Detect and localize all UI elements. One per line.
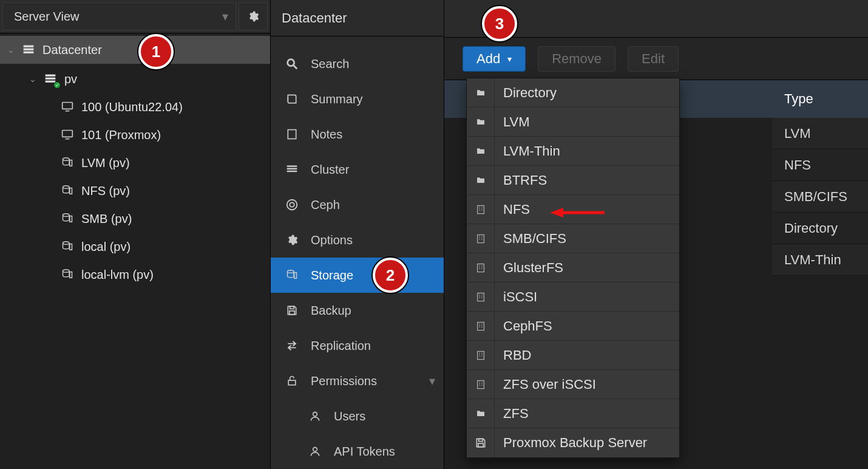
nav-item-permissions[interactable]: Permissions▾ [271,363,444,399]
tree-storage-row[interactable]: SMB (pv) [0,205,270,233]
folder-icon [467,108,495,136]
add-button-label: Add [476,51,500,67]
ceph-icon [284,197,300,212]
tree-storage-row[interactable]: NFS (pv) [0,177,270,205]
nav-item-label: Users [334,409,365,423]
nav-item-label: Storage [311,269,353,282]
svg-rect-11 [70,160,72,166]
svg-line-21 [294,66,297,69]
folder-icon [467,137,495,165]
dropdown-item-cephfs[interactable]: CephFS [467,312,679,341]
svg-rect-4 [46,78,56,80]
dropdown-item-label: Directory [495,85,557,101]
tree-storage-row[interactable]: local-lvm (pv) [0,261,270,289]
nav-item-ceph[interactable]: Ceph [271,187,444,222]
table-row[interactable]: Directory [772,213,868,244]
table-row[interactable]: LVM-Thin [772,244,868,276]
nav-item-users[interactable]: Users [271,399,444,434]
svg-rect-19 [70,272,72,278]
chevron-down-icon: ▾ [222,9,228,24]
svg-rect-8 [63,131,73,137]
cell-type: LVM-Thin [784,252,841,268]
svg-rect-15 [70,216,72,222]
table-row[interactable]: NFS [772,149,868,181]
edit-button[interactable]: Edit [628,46,679,72]
nav-item-backup[interactable]: Backup [271,293,444,328]
view-selector-label: Server View [14,10,79,24]
nav-item-api-tokens[interactable]: API Tokens [271,434,444,469]
nav-item-notes[interactable]: Notes [271,117,444,152]
building-icon [467,370,495,399]
nav-item-replication[interactable]: Replication [271,328,444,363]
svg-rect-43 [477,235,484,242]
dropdown-item-lvm[interactable]: LVM [467,108,679,137]
nav-item-search[interactable]: Search [271,46,444,81]
dropdown-item-iscsi[interactable]: iSCSI [467,282,679,312]
resource-tree-panel: Server View ▾ ⌄ Datacenter ⌄ [0,0,271,469]
content-nav-panel: Datacenter SearchSummaryNotesClusterCeph… [271,0,444,469]
dropdown-item-label: ZFS over iSCSI [495,377,596,392]
building-icon [467,253,495,282]
dropdown-item-zfs[interactable]: ZFS [467,399,679,428]
storage-icon [59,211,75,226]
lock-icon [284,374,300,388]
add-storage-dropdown[interactable]: DirectoryLVMLVM-ThinBTRFSNFSSMB/CIFSGlus… [466,78,680,458]
gear-icon [284,233,300,247]
svg-rect-24 [287,165,297,167]
nav-item-label: Search [311,57,349,71]
add-button[interactable]: Add ▾ [463,46,526,72]
svg-point-28 [290,202,294,207]
dropdown-item-label: iSCSI [495,289,537,305]
nav-item-cluster[interactable]: Cluster [271,152,444,187]
arrow-annotation [550,204,611,225]
col-type-header[interactable]: Type [772,91,813,107]
nav-item-label: Options [311,233,353,247]
dropdown-item-btrfs[interactable]: BTRFS [467,166,679,195]
remove-button[interactable]: Remove [538,46,615,72]
nav-item-storage[interactable]: Storage [271,258,444,293]
storage-icon [59,183,75,198]
settings-button[interactable] [239,2,268,30]
svg-point-29 [288,270,294,273]
tree-storage-row[interactable]: LVM (pv) [0,149,270,177]
folder-icon [467,399,495,428]
nav-item-options[interactable]: Options [271,222,444,258]
svg-point-35 [313,447,317,451]
cell-type: Directory [784,221,838,236]
tree-vm-row[interactable]: 101 (Proxmox) [0,121,270,149]
building-icon [467,282,495,311]
tree-datacenter-row[interactable]: ⌄ Datacenter [0,36,270,64]
building-icon [467,341,495,369]
dropdown-item-rbd[interactable]: RBD [467,341,679,370]
tree-vm-row[interactable]: 100 (Ubuntu22.04) [0,93,270,121]
gear-icon [245,9,261,24]
svg-rect-2 [24,52,34,53]
note-icon [284,127,300,142]
nav-item-summary[interactable]: Summary [271,81,444,117]
building-icon [467,195,495,224]
dropdown-item-directory[interactable]: Directory [467,78,679,108]
dropdown-item-lvm-thin[interactable]: LVM-Thin [467,137,679,166]
tree-item-label: NFS (pv) [81,184,130,198]
book-icon [284,92,300,106]
table-row[interactable]: SMB/CIFS [772,181,868,213]
node-label: pv [64,72,77,86]
callout-2: 2 [373,258,408,293]
svg-rect-32 [290,311,294,315]
dropdown-item-glusterfs[interactable]: GlusterFS [467,253,679,282]
tree-node-row[interactable]: ⌄ ✓ pv [0,65,270,93]
dropdown-item-zfs-over-iscsi[interactable]: ZFS over iSCSI [467,370,679,399]
dropdown-item-proxmox-backup-server[interactable]: Proxmox Backup Server [467,428,679,457]
dropdown-item-smb-cifs[interactable]: SMB/CIFS [467,224,679,253]
tree-item-label: 101 (Proxmox) [81,128,161,142]
table-row[interactable]: LVM [772,118,868,149]
view-selector[interactable]: Server View ▾ [2,2,236,30]
svg-point-27 [287,200,297,210]
svg-rect-64 [477,322,484,330]
storage-icon [59,267,75,282]
svg-point-34 [313,412,317,416]
svg-rect-78 [477,380,484,388]
save-icon [467,428,495,457]
tree-storage-row[interactable]: local (pv) [0,233,270,261]
svg-point-14 [63,214,70,217]
